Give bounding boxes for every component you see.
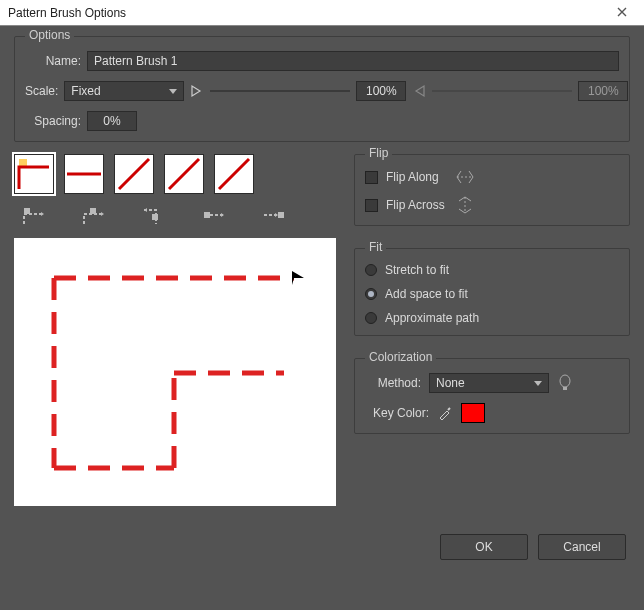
close-button[interactable]: [602, 2, 642, 22]
fit-approx-label: Approximate path: [385, 311, 479, 325]
ok-button[interactable]: OK: [440, 534, 528, 560]
name-label: Name:: [25, 54, 81, 68]
method-select[interactable]: None: [429, 373, 549, 393]
flip-across-checkbox[interactable]: [365, 199, 378, 212]
flip-along-label: Flip Along: [386, 170, 439, 184]
tile-selector-row: [14, 154, 336, 194]
colorization-group: Colorization Method: None Key Color:: [354, 358, 630, 434]
keycolor-swatch[interactable]: [461, 403, 485, 423]
scale-min-slider[interactable]: 100%: [190, 81, 406, 101]
cancel-button[interactable]: Cancel: [538, 534, 626, 560]
fit-addspace-radio[interactable]: [365, 288, 377, 300]
spacing-input[interactable]: 0%: [87, 111, 137, 131]
scale-max-slider: 100%: [412, 81, 628, 101]
brush-preview: [14, 238, 336, 506]
keycolor-label: Key Color:: [365, 406, 429, 420]
fit-approx-radio[interactable]: [365, 312, 377, 324]
slider-max-icon: [412, 84, 426, 98]
tile-start[interactable]: [164, 154, 204, 194]
tile-end[interactable]: [214, 154, 254, 194]
eyedropper-icon[interactable]: [437, 405, 453, 421]
scale-max-value: 100%: [578, 81, 628, 101]
start-icon: [194, 204, 234, 228]
flip-group-label: Flip: [365, 146, 392, 160]
flip-horizontal-icon: [455, 169, 475, 185]
fit-stretch-radio[interactable]: [365, 264, 377, 276]
dialog-footer: OK Cancel: [0, 520, 644, 574]
chevron-down-icon: [534, 381, 542, 386]
options-group-label: Options: [25, 28, 74, 42]
flip-vertical-icon: [457, 195, 473, 215]
window-title: Pattern Brush Options: [8, 6, 126, 20]
scale-mode-select[interactable]: Fixed: [64, 81, 184, 101]
svg-rect-7: [563, 387, 567, 390]
svg-rect-5: [278, 212, 284, 218]
fit-addspace-label: Add space to fit: [385, 287, 468, 301]
side-icon: [74, 204, 114, 228]
flip-group: Flip Flip Along Flip Across: [354, 154, 630, 226]
scale-label: Scale:: [25, 84, 58, 98]
scale-min-value[interactable]: 100%: [356, 81, 406, 101]
tile-inner-corner[interactable]: [114, 154, 154, 194]
fit-group: Fit Stretch to fit Add space to fit Appr…: [354, 248, 630, 336]
spacing-label: Spacing:: [25, 114, 81, 128]
svg-rect-4: [204, 212, 210, 218]
name-input[interactable]: [87, 51, 619, 71]
outer-corner-icon: [14, 204, 54, 228]
tile-outer-corner[interactable]: [14, 154, 54, 194]
fit-group-label: Fit: [365, 240, 386, 254]
flip-across-label: Flip Across: [386, 198, 445, 212]
tile-side[interactable]: [64, 154, 104, 194]
method-value: None: [436, 376, 465, 390]
inner-corner-icon: [134, 204, 174, 228]
flip-along-checkbox[interactable]: [365, 171, 378, 184]
end-icon: [254, 204, 294, 228]
title-bar: Pattern Brush Options: [0, 0, 644, 26]
tip-icon[interactable]: [557, 374, 573, 392]
fit-stretch-label: Stretch to fit: [385, 263, 449, 277]
options-group: Options Name: Scale: Fixed 100%: [14, 36, 630, 142]
slider-track[interactable]: [210, 90, 350, 92]
slider-min-icon: [190, 84, 204, 98]
method-label: Method:: [365, 376, 421, 390]
tile-placement-row: [14, 204, 336, 228]
colorization-group-label: Colorization: [365, 350, 436, 364]
scale-mode-value: Fixed: [71, 84, 100, 98]
chevron-down-icon: [169, 89, 177, 94]
slider-track: [432, 90, 572, 92]
svg-point-6: [560, 375, 570, 387]
